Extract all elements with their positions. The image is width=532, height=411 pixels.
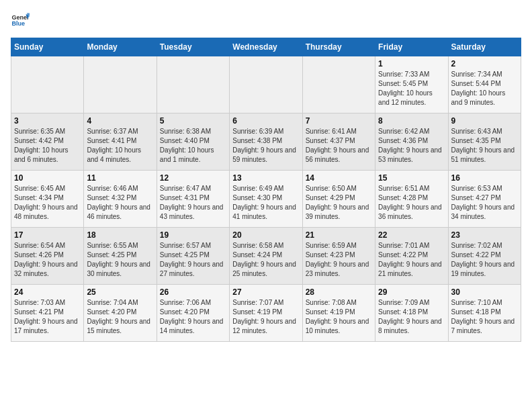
calendar-cell: 25Sunrise: 7:04 AM Sunset: 4:20 PM Dayli… [84,285,157,342]
calendar-week-3: 10Sunrise: 6:45 AM Sunset: 4:34 PM Dayli… [11,171,521,228]
day-info: Sunrise: 7:06 AM Sunset: 4:20 PM Dayligh… [160,298,226,336]
calendar-cell: 9Sunrise: 6:43 AM Sunset: 4:35 PM Daylig… [448,113,521,171]
day-number: 4 [87,116,153,126]
day-info: Sunrise: 7:09 AM Sunset: 4:18 PM Dayligh… [378,298,445,336]
calendar-cell [230,56,302,113]
calendar-cell: 28Sunrise: 7:08 AM Sunset: 4:19 PM Dayli… [302,285,375,342]
day-number: 23 [451,230,518,240]
calendar-cell: 27Sunrise: 7:07 AM Sunset: 4:19 PM Dayli… [230,285,302,342]
weekday-header-wednesday: Wednesday [230,38,302,56]
day-number: 29 [378,287,445,297]
day-info: Sunrise: 7:33 AM Sunset: 5:45 PM Dayligh… [378,70,445,107]
calendar-cell [302,56,375,113]
day-info: Sunrise: 6:47 AM Sunset: 4:31 PM Dayligh… [160,184,226,222]
weekday-header-tuesday: Tuesday [157,38,229,56]
day-number: 8 [378,116,445,126]
weekday-header-saturday: Saturday [448,38,521,56]
calendar-cell: 13Sunrise: 6:49 AM Sunset: 4:30 PM Dayli… [230,171,302,228]
day-number: 14 [306,173,372,183]
day-info: Sunrise: 7:07 AM Sunset: 4:19 PM Dayligh… [232,298,299,336]
day-info: Sunrise: 7:02 AM Sunset: 4:22 PM Dayligh… [451,241,518,279]
calendar-cell: 4Sunrise: 6:37 AM Sunset: 4:41 PM Daylig… [84,113,157,171]
day-info: Sunrise: 6:57 AM Sunset: 4:25 PM Dayligh… [160,241,226,279]
calendar-cell: 19Sunrise: 6:57 AM Sunset: 4:25 PM Dayli… [157,228,229,285]
weekday-header-sunday: Sunday [11,38,84,56]
day-info: Sunrise: 6:45 AM Sunset: 4:34 PM Dayligh… [14,184,81,222]
calendar-cell: 26Sunrise: 7:06 AM Sunset: 4:20 PM Dayli… [157,285,229,342]
calendar-header-row: SundayMondayTuesdayWednesdayThursdayFrid… [11,38,521,56]
day-info: Sunrise: 6:43 AM Sunset: 4:35 PM Dayligh… [451,127,518,165]
page-header: General Blue [11,11,521,30]
day-info: Sunrise: 7:08 AM Sunset: 4:19 PM Dayligh… [306,298,372,336]
day-info: Sunrise: 7:03 AM Sunset: 4:21 PM Dayligh… [14,298,81,336]
calendar-cell: 17Sunrise: 6:54 AM Sunset: 4:26 PM Dayli… [11,228,84,285]
day-info: Sunrise: 7:01 AM Sunset: 4:22 PM Dayligh… [378,241,445,279]
calendar-week-1: 1Sunrise: 7:33 AM Sunset: 5:45 PM Daylig… [11,56,521,113]
day-info: Sunrise: 6:38 AM Sunset: 4:40 PM Dayligh… [160,127,226,165]
calendar-cell [157,56,229,113]
day-number: 15 [378,173,445,183]
day-number: 22 [378,230,445,240]
day-info: Sunrise: 6:37 AM Sunset: 4:41 PM Dayligh… [87,127,153,165]
calendar-cell: 29Sunrise: 7:09 AM Sunset: 4:18 PM Dayli… [375,285,448,342]
day-number: 26 [160,287,226,297]
calendar-cell: 1Sunrise: 7:33 AM Sunset: 5:45 PM Daylig… [375,56,448,113]
day-info: Sunrise: 6:49 AM Sunset: 4:30 PM Dayligh… [232,184,299,222]
day-number: 30 [451,287,518,297]
day-number: 5 [160,116,226,126]
weekday-header-thursday: Thursday [302,38,375,56]
calendar-cell: 6Sunrise: 6:39 AM Sunset: 4:38 PM Daylig… [230,113,302,171]
day-number: 1 [378,59,445,68]
day-number: 20 [232,230,299,240]
day-info: Sunrise: 6:51 AM Sunset: 4:28 PM Dayligh… [378,184,445,222]
day-info: Sunrise: 7:10 AM Sunset: 4:18 PM Dayligh… [451,298,518,336]
logo-icon: General Blue [11,11,30,30]
day-number: 27 [232,287,299,297]
day-number: 12 [160,173,226,183]
day-number: 25 [87,287,153,297]
calendar-cell: 16Sunrise: 6:53 AM Sunset: 4:27 PM Dayli… [448,171,521,228]
day-info: Sunrise: 6:35 AM Sunset: 4:42 PM Dayligh… [14,127,81,165]
day-info: Sunrise: 6:39 AM Sunset: 4:38 PM Dayligh… [232,127,299,165]
calendar-cell: 10Sunrise: 6:45 AM Sunset: 4:34 PM Dayli… [11,171,84,228]
day-number: 19 [160,230,226,240]
day-info: Sunrise: 7:04 AM Sunset: 4:20 PM Dayligh… [87,298,153,336]
logo: General Blue [11,11,32,30]
day-info: Sunrise: 6:42 AM Sunset: 4:36 PM Dayligh… [378,127,445,165]
day-number: 10 [14,173,81,183]
day-info: Sunrise: 6:50 AM Sunset: 4:29 PM Dayligh… [306,184,372,222]
calendar-cell: 12Sunrise: 6:47 AM Sunset: 4:31 PM Dayli… [157,171,229,228]
weekday-header-friday: Friday [375,38,448,56]
day-number: 16 [451,173,518,183]
calendar-cell: 30Sunrise: 7:10 AM Sunset: 4:18 PM Dayli… [448,285,521,342]
calendar-cell: 15Sunrise: 6:51 AM Sunset: 4:28 PM Dayli… [375,171,448,228]
calendar-cell: 22Sunrise: 7:01 AM Sunset: 4:22 PM Dayli… [375,228,448,285]
day-info: Sunrise: 6:54 AM Sunset: 4:26 PM Dayligh… [14,241,81,279]
calendar-cell: 3Sunrise: 6:35 AM Sunset: 4:42 PM Daylig… [11,113,84,171]
day-info: Sunrise: 6:59 AM Sunset: 4:23 PM Dayligh… [306,241,372,279]
calendar-cell: 23Sunrise: 7:02 AM Sunset: 4:22 PM Dayli… [448,228,521,285]
svg-text:Blue: Blue [11,20,25,27]
calendar-week-5: 24Sunrise: 7:03 AM Sunset: 4:21 PM Dayli… [11,285,521,342]
calendar-cell: 18Sunrise: 6:55 AM Sunset: 4:25 PM Dayli… [84,228,157,285]
day-number: 3 [14,116,81,126]
day-info: Sunrise: 7:34 AM Sunset: 5:44 PM Dayligh… [451,70,518,107]
calendar-cell: 5Sunrise: 6:38 AM Sunset: 4:40 PM Daylig… [157,113,229,171]
day-number: 2 [451,59,518,68]
calendar-week-2: 3Sunrise: 6:35 AM Sunset: 4:42 PM Daylig… [11,113,521,171]
day-number: 11 [87,173,153,183]
calendar-table: SundayMondayTuesdayWednesdayThursdayFrid… [11,38,521,342]
weekday-header-monday: Monday [84,38,157,56]
day-number: 18 [87,230,153,240]
calendar-cell: 11Sunrise: 6:46 AM Sunset: 4:32 PM Dayli… [84,171,157,228]
day-number: 17 [14,230,81,240]
day-number: 28 [306,287,372,297]
day-info: Sunrise: 6:46 AM Sunset: 4:32 PM Dayligh… [87,184,153,222]
day-number: 24 [14,287,81,297]
day-number: 21 [306,230,372,240]
day-number: 7 [306,116,372,126]
calendar-cell: 14Sunrise: 6:50 AM Sunset: 4:29 PM Dayli… [302,171,375,228]
calendar-cell: 20Sunrise: 6:58 AM Sunset: 4:24 PM Dayli… [230,228,302,285]
calendar-cell [11,56,84,113]
calendar-cell: 7Sunrise: 6:41 AM Sunset: 4:37 PM Daylig… [302,113,375,171]
